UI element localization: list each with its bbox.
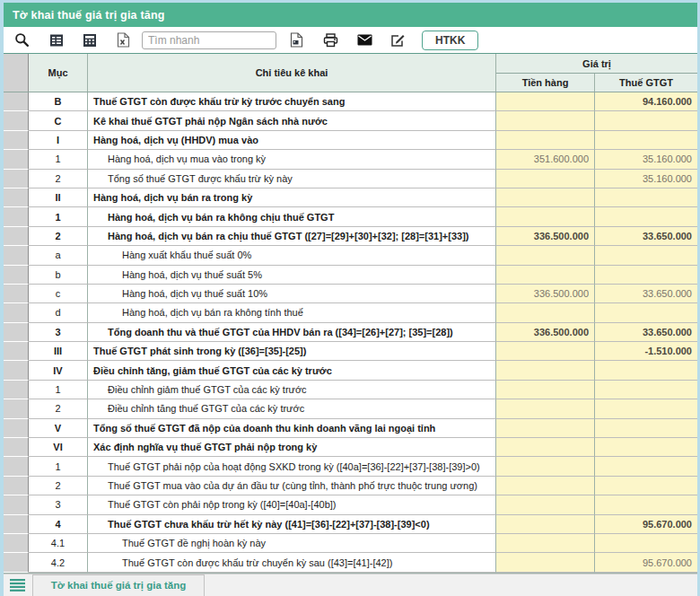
tien-hang-value-cell[interactable]: 336.500.000 <box>496 323 595 342</box>
tien-hang-value-cell[interactable] <box>496 361 595 380</box>
tien-hang-value-cell[interactable] <box>496 457 595 476</box>
label-cell: Thuế GTGT còn được khấu trừ chuyển kỳ sa… <box>88 553 496 572</box>
thue-gtgt-value-cell[interactable]: 33.650.000 <box>595 285 697 303</box>
tien-hang-value-cell[interactable]: 336.500.000 <box>496 227 595 246</box>
row-selector-cell[interactable] <box>4 361 29 380</box>
tien-hang-value-cell[interactable] <box>496 303 595 322</box>
thue-gtgt-value-cell[interactable] <box>595 266 697 285</box>
row-selector-cell[interactable] <box>4 342 29 361</box>
row-selector-cell[interactable] <box>4 303 29 322</box>
tien-hang-value-cell[interactable] <box>496 266 595 285</box>
thue-gtgt-value-cell[interactable] <box>595 419 697 438</box>
row-selector-cell[interactable] <box>4 170 29 188</box>
thue-gtgt-value-cell[interactable] <box>595 457 697 476</box>
row-selector-cell[interactable] <box>4 323 29 342</box>
row-selector-cell[interactable] <box>4 266 29 285</box>
tien-hang-value-cell[interactable] <box>496 515 595 534</box>
tien-hang-value-cell[interactable] <box>496 477 595 495</box>
report-list-icon[interactable] <box>46 31 67 50</box>
tien-hang-value-cell[interactable] <box>496 495 595 514</box>
table-row: V Tổng số thuế GTGT đã nộp của doanh thu… <box>4 419 697 438</box>
thue-gtgt-value-cell[interactable] <box>595 246 697 265</box>
tien-hang-value-cell[interactable] <box>496 170 595 188</box>
row-selector-cell[interactable] <box>4 381 29 399</box>
row-selector-cell[interactable] <box>4 553 29 572</box>
thue-gtgt-value-cell[interactable] <box>595 207 697 226</box>
excel-export-icon[interactable] <box>112 31 134 50</box>
muc-cell: C <box>29 111 88 130</box>
row-selector-cell[interactable] <box>4 515 29 534</box>
tien-hang-value-cell[interactable] <box>496 131 595 150</box>
tien-hang-value-cell[interactable] <box>496 92 595 111</box>
col-header-thue-gtgt: Thuế GTGT <box>595 74 697 92</box>
table-row: III Thuế GTGT phát sinh trong kỳ ([36]=[… <box>4 342 697 361</box>
thue-gtgt-value-cell[interactable]: 95.670.000 <box>595 515 697 534</box>
label-cell: Thuế GTGT phát sinh trong kỳ ([36]=[35]-… <box>88 342 496 361</box>
menu-icon[interactable] <box>4 574 31 596</box>
tien-hang-value-cell[interactable] <box>496 381 595 399</box>
thue-gtgt-value-cell[interactable] <box>595 534 697 553</box>
thue-gtgt-value-cell[interactable] <box>595 188 697 207</box>
thue-gtgt-value-cell[interactable]: 94.160.000 <box>595 92 697 111</box>
tien-hang-value-cell[interactable] <box>496 438 595 457</box>
tien-hang-value-cell[interactable]: 351.600.000 <box>496 150 595 169</box>
row-selector-cell[interactable] <box>4 477 29 495</box>
thue-gtgt-value-cell[interactable] <box>595 303 697 322</box>
row-selector-cell[interactable] <box>4 399 29 418</box>
row-selector-cell[interactable] <box>4 111 29 130</box>
row-selector-cell[interactable] <box>4 92 29 111</box>
thue-gtgt-value-cell[interactable] <box>595 361 697 380</box>
row-selector-cell[interactable] <box>4 419 29 438</box>
thue-gtgt-value-cell[interactable] <box>595 495 697 514</box>
calculator-icon[interactable] <box>79 31 101 50</box>
tien-hang-value-cell[interactable] <box>496 246 595 265</box>
print-icon[interactable] <box>319 31 341 50</box>
thue-gtgt-value-cell[interactable]: -1.510.000 <box>595 342 697 361</box>
tab-to-khai-thue-gtgt[interactable]: Tờ khai thuế giá trị gia tăng <box>32 574 205 596</box>
row-selector-cell[interactable] <box>4 285 29 303</box>
thue-gtgt-value-cell[interactable]: 35.160.000 <box>595 150 697 169</box>
row-selector-cell[interactable] <box>4 188 29 207</box>
row-selector-cell[interactable] <box>4 457 29 476</box>
row-selector-cell[interactable] <box>4 534 29 553</box>
tien-hang-value-cell[interactable] <box>496 553 595 572</box>
row-selector-cell[interactable] <box>4 150 29 169</box>
table-row: 1 Thuế GTGT phải nộp của hoạt động SXKD … <box>4 457 697 476</box>
tien-hang-value-cell[interactable] <box>496 419 595 438</box>
row-selector-cell[interactable] <box>4 246 29 265</box>
thue-gtgt-value-cell[interactable] <box>595 381 697 399</box>
thue-gtgt-value-cell[interactable] <box>595 477 697 495</box>
thue-gtgt-value-cell[interactable] <box>595 399 697 418</box>
document-image-icon[interactable] <box>285 31 307 50</box>
tien-hang-value-cell[interactable] <box>496 534 595 553</box>
tien-hang-value-cell[interactable] <box>496 111 595 130</box>
search-icon[interactable] <box>11 31 32 50</box>
col-header-gia-tri: Giá trị <box>496 54 697 74</box>
thue-gtgt-value-cell[interactable] <box>595 131 697 150</box>
quick-search-input[interactable] <box>142 31 276 49</box>
tien-hang-value-cell[interactable] <box>496 399 595 418</box>
row-selector-cell[interactable] <box>4 207 29 226</box>
table-row: 2 Thuế GTGT mua vào của dự án đầu tư (cù… <box>4 477 697 495</box>
row-selector-cell[interactable] <box>4 495 29 514</box>
thue-gtgt-value-cell[interactable]: 33.650.000 <box>595 227 697 246</box>
row-selector-cell[interactable] <box>4 131 29 150</box>
thue-gtgt-value-cell[interactable] <box>595 111 697 130</box>
tien-hang-value-cell[interactable] <box>496 342 595 361</box>
thue-gtgt-value-cell[interactable]: 95.670.000 <box>595 553 697 572</box>
tien-hang-value-cell[interactable]: 336.500.000 <box>496 285 595 303</box>
row-selector-cell[interactable] <box>4 227 29 246</box>
row-selector-cell[interactable] <box>4 438 29 457</box>
tien-hang-value-cell[interactable] <box>496 188 595 207</box>
muc-cell: 2 <box>29 227 88 246</box>
thue-gtgt-value-cell[interactable]: 33.650.000 <box>595 323 697 342</box>
edit-icon[interactable] <box>387 31 408 50</box>
tien-hang-value-cell[interactable] <box>496 207 595 226</box>
label-cell: Hàng hoá, dịch vụ bán ra không tính thuế <box>88 303 496 322</box>
muc-cell: 4.2 <box>29 553 88 572</box>
thue-gtgt-value-cell[interactable]: 35.160.000 <box>595 170 697 188</box>
mail-icon[interactable] <box>354 31 375 50</box>
thue-gtgt-value-cell[interactable] <box>595 438 697 457</box>
htkk-button[interactable]: HTKK <box>422 31 478 50</box>
col-header-chi-tieu: Chỉ tiêu kê khai <box>88 54 496 92</box>
